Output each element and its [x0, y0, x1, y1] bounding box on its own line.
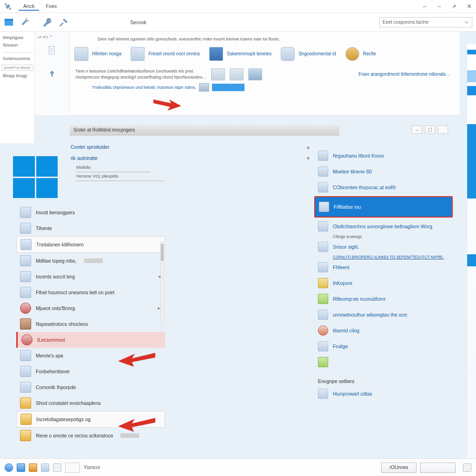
- minimize-button[interactable]: –: [421, 3, 428, 10]
- cat-2[interactable]: Sskerenmopit teneies: [209, 47, 271, 61]
- close-button[interactable]: ✕: [466, 3, 472, 10]
- right-item-5-sublink[interactable]: CORet.ITI BRIOPERCI tLINNDI TO SEPENFTES…: [316, 255, 451, 259]
- right-item-4-sub[interactable]: Chinge srosergs: [316, 234, 451, 239]
- scrollbar-thumb[interactable]: [161, 244, 164, 261]
- meta-1: Mialide:: [70, 164, 311, 171]
- third-text[interactable]: Tnahoditla chprsimeon ond helotic Votont…: [92, 85, 196, 90]
- sec-close-button[interactable]: [438, 126, 448, 134]
- tile-icon-2[interactable]: [230, 68, 244, 80]
- callout-arrow-1: [153, 97, 181, 111]
- section-header-controls: – ☐: [412, 126, 448, 134]
- right-item-3-icon: [319, 202, 329, 212]
- sec-text: Tiere n lassonce Cetichdihartiatiotisofi…: [75, 68, 206, 80]
- right-item-9[interactable]: unnowtnouthur wilsongtav the oce:: [316, 307, 451, 323]
- sec-max-button[interactable]: ☐: [425, 126, 435, 134]
- taskbar-icon-1[interactable]: [5, 463, 13, 472]
- cat-0[interactable]: Hilinten nosga: [74, 47, 121, 61]
- tile-icon-1[interactable]: [211, 68, 225, 80]
- search-placeholder: Eeet cosporons.taclne: [383, 20, 429, 25]
- sec-right-link[interactable]: Frser arangordmont lirttensntrone nilion…: [358, 71, 450, 78]
- hammer-icon[interactable]: [59, 17, 69, 27]
- meta-bar-2: [76, 180, 165, 181]
- svg-marker-5: [118, 418, 155, 432]
- right-item-7[interactable]: thKoponr: [316, 275, 451, 291]
- left-item-5-label: Fthet houmoct unesmns lietl on poirt: [36, 290, 114, 295]
- left-item-2[interactable]: Tnntalsnen killihonern: [16, 236, 165, 253]
- left-item-11[interactable]: Comontk Ihporpde: [16, 379, 165, 395]
- upper-description: Dere nall vimmet.ogoeren ohls gomochiols…: [70, 32, 460, 45]
- printer-icon: [131, 47, 145, 61]
- nav-item-2[interactable]: Sortenooomos: [1, 55, 33, 63]
- left-item-4[interactable]: Incents soccit lerg◄: [16, 269, 165, 284]
- search-input[interactable]: Eeet cosporons.taclne: [379, 17, 472, 27]
- wrench-icon[interactable]: [20, 17, 30, 27]
- pin-icon[interactable]: [451, 3, 457, 10]
- nav-item-3[interactable]: povret Foo liinocd: [2, 65, 33, 71]
- right-item-6-icon: [318, 262, 328, 272]
- left-item-10-icon: [20, 366, 31, 377]
- nav-item-1[interactable]: Sincaon: [1, 42, 33, 49]
- key-icon[interactable]: [43, 17, 53, 27]
- taskbar-label: Yismcor: [84, 465, 100, 470]
- explorer-label: urt lEs: [38, 34, 53, 39]
- left-item-5[interactable]: Fthet houmoct unesmns lietl on poirt: [16, 284, 165, 300]
- taskbar-icon-5[interactable]: [53, 463, 61, 472]
- right-item-3[interactable]: Fifltiatise iou: [314, 196, 453, 218]
- left-item-8[interactable]: ILecsomnool: [16, 332, 165, 348]
- window-icon[interactable]: [4, 17, 14, 27]
- nav-item-0[interactable]: Winprigoec: [1, 34, 33, 42]
- right-item-8[interactable]: Rllleomp:ee nconutifornr: [316, 291, 451, 307]
- left-item-0[interactable]: Inoott bensogpers: [16, 205, 165, 220]
- taskbar-icon-4[interactable]: [41, 463, 49, 472]
- cat-3[interactable]: Sngoodomental id: [281, 47, 336, 61]
- left-item-6[interactable]: Mjueot onts'Bnnrg►: [16, 300, 165, 316]
- callout-arrow-3: [118, 416, 155, 433]
- left-item-3[interactable]: Mdliise topeg mbs,: [16, 253, 165, 269]
- cat-4[interactable]: Recfie: [345, 47, 376, 61]
- third-row: Tnahoditla chprsimeon ond helotic Votont…: [70, 82, 460, 93]
- right-item-10[interactable]: tilsenid cilog: [316, 323, 451, 338]
- right-item-0-label: Nrgauhanu littont Kooor: [333, 153, 384, 159]
- up-arrow-icon[interactable]: [47, 69, 57, 78]
- right-footer-item[interactable]: Hiunprowart cdtas: [316, 386, 451, 402]
- tab-foec[interactable]: Foec: [41, 2, 61, 11]
- info-row-0[interactable]: Conter sproituider▲: [70, 141, 311, 152]
- expand-down-icon: ▼: [306, 156, 311, 161]
- taskbar-icon-2[interactable]: [17, 463, 25, 472]
- sec-min-button[interactable]: –: [412, 126, 422, 134]
- mini-scrollbar[interactable]: [160, 242, 164, 325]
- nav-item-4[interactable]: Bhopp tinogy: [1, 73, 33, 80]
- right-item-10-label: tilsenid cilog: [333, 328, 359, 333]
- main-upper-panel: Dere nall vimmet.ogoeren ohls gomochiols…: [70, 32, 460, 115]
- right-item-12[interactable]: [316, 354, 451, 370]
- left-item-9-label: Menrie's spe: [36, 353, 63, 358]
- taskbar-icon-3[interactable]: [29, 463, 37, 472]
- right-item-5[interactable]: Snisor sigiti.: [316, 239, 451, 255]
- right-item-1[interactable]: Moetee tilnene 80: [316, 164, 451, 179]
- right-item-6[interactable]: Fhfeent: [316, 259, 451, 275]
- right-item-2[interactable]: CObcentee thvpocac.at eoRt: [316, 179, 451, 195]
- tile-icon-3[interactable]: [248, 68, 262, 80]
- left-item-10-label: Fonbehentisner: [36, 369, 70, 374]
- taskbar-btn[interactable]: [65, 463, 80, 473]
- right-item-4[interactable]: Obdlchtannhns sononginwe beltnagliom Wor…: [316, 218, 451, 234]
- right-item-0[interactable]: Nrgauhanu littont Kooor: [316, 148, 451, 164]
- callout-arrow-2: [118, 351, 155, 368]
- left-item-7[interactable]: Nspesetrotocs ohocleos: [16, 316, 165, 332]
- cat-1[interactable]: Freset onord ooct onnins: [131, 47, 200, 61]
- right-item-11[interactable]: Fruitge: [316, 338, 451, 354]
- right-item-11-icon: [318, 341, 328, 351]
- page-icon[interactable]: [47, 46, 57, 55]
- ok-button[interactable]: rOUnnes: [381, 463, 416, 473]
- left-item-12[interactable]: Shod constatel evoichaaplens: [16, 395, 165, 411]
- minimize-button-2[interactable]: –: [436, 3, 443, 10]
- right-item-2-icon: [318, 182, 328, 192]
- section-header: Srster at Rotibtind mocpngers: [70, 126, 339, 136]
- info-row-1[interactable]: rik autniratte▼: [70, 152, 311, 164]
- tray-icon[interactable]: [463, 463, 471, 472]
- tab-anck[interactable]: Anck: [19, 2, 39, 11]
- left-item-1[interactable]: Tihente: [16, 220, 165, 236]
- right-item-8-icon: [318, 294, 328, 304]
- cancel-button[interactable]: [420, 463, 456, 473]
- meta-2: Hecene VG) pleoptits: [70, 172, 311, 179]
